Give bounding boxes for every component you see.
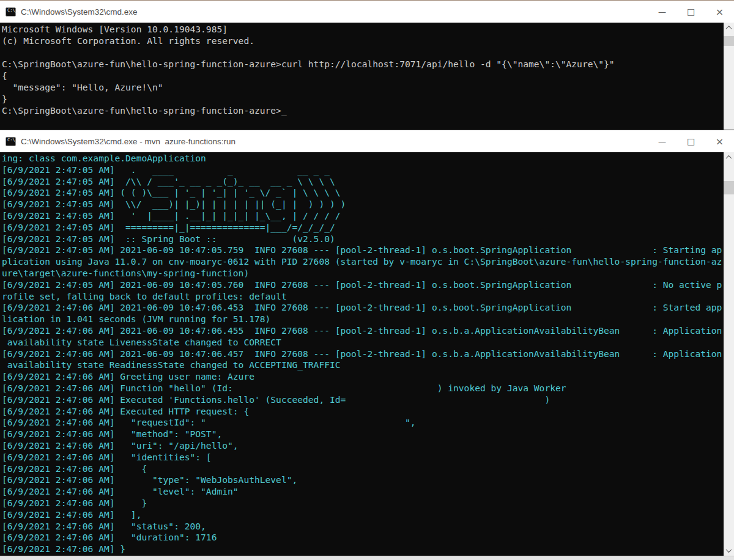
terminal-line: [6/9/2021 2:47:06 AM] ],	[2, 509, 724, 521]
terminal-line: [6/9/2021 2:47:06 AM] "status": 200,	[2, 521, 724, 532]
terminal-line: ure\target\azure-functions\my-spring-fun…	[2, 268, 724, 279]
terminal-line: [6/9/2021 2:47:06 AM] }	[2, 498, 724, 509]
scrollbar-thumb[interactable]	[724, 36, 734, 46]
terminal-line: lication in 1.041 seconds (JVM running f…	[2, 314, 724, 325]
maximize-button[interactable]: □	[677, 1, 705, 23]
terminal-line: [6/9/2021 2:47:06 AM] "level": "Admin"	[2, 486, 724, 498]
terminal-output-bottom[interactable]: ing: class com.example.DemoApplication[6…	[0, 152, 724, 556]
terminal-line: availability state ReadinessState change…	[2, 359, 724, 371]
titlebar-bottom[interactable]: C:\_ C:\Windows\System32\cmd.exe - mvn a…	[0, 130, 734, 152]
window-title-bottom: C:\Windows\System32\cmd.exe - mvn azure-…	[21, 137, 235, 146]
window-controls-bottom: — □ ×	[648, 130, 734, 152]
scrollbar-top-window[interactable]	[724, 23, 734, 130]
terminal-line: "message": "Hello, Azure!\n"	[2, 81, 724, 93]
scroll-up-icon[interactable]	[724, 152, 734, 163]
terminal-line: C:\SpringBoot\azure-fun\hello-spring-fun…	[2, 58, 724, 70]
window-bottom-border	[0, 556, 734, 560]
terminal-line: availability state LivenessState changed…	[2, 337, 724, 348]
terminal-line: C:\SpringBoot\azure-fun\hello-spring-fun…	[2, 105, 724, 116]
terminal-line: [6/9/2021 2:47:05 AM] \\/ ___)| |_)| | |…	[2, 199, 724, 210]
terminal-line: [6/9/2021 2:47:05 AM] =========|_|======…	[2, 222, 724, 234]
close-button[interactable]: ×	[705, 1, 734, 23]
terminal-line: [6/9/2021 2:47:06 AM] 2021-06-09 10:47:0…	[2, 302, 724, 314]
terminal-line: [6/9/2021 2:47:06 AM] "identities": [	[2, 452, 724, 463]
terminal-line: [6/9/2021 2:47:05 AM] 2021-06-09 10:47:0…	[2, 279, 724, 291]
scrollbar-thumb[interactable]	[724, 181, 734, 194]
terminal-line: [6/9/2021 2:47:06 AM] "uri": "/api/hello…	[2, 440, 724, 452]
terminal-line: [6/9/2021 2:47:06 AM] }	[2, 543, 724, 555]
titlebar-top[interactable]: C:\_ C:\Windows\System32\cmd.exe — □ ×	[0, 1, 734, 23]
terminal-line: rofile set, falling back to default prof…	[2, 291, 724, 303]
terminal-line: [6/9/2021 2:47:05 AM] ' |____| .__|_| |_…	[2, 210, 724, 222]
terminal-line: [6/9/2021 2:47:06 AM] "duration": 1716	[2, 532, 724, 543]
terminal-line: [6/9/2021 2:47:06 AM] Greeting user name…	[2, 371, 724, 383]
terminal-line: plication using Java 11.0.7 on cnv-moary…	[2, 256, 724, 268]
terminal-line: [6/9/2021 2:47:05 AM] 2021-06-09 10:47:0…	[2, 245, 724, 256]
cmd-icon: C:\_	[6, 137, 16, 146]
terminal-line: ing: class com.example.DemoApplication	[2, 153, 724, 164]
terminal-line: [6/9/2021 2:47:06 AM] Executed 'Function…	[2, 394, 724, 406]
minimize-button[interactable]: —	[648, 130, 677, 152]
scroll-down-icon[interactable]	[724, 545, 734, 556]
terminal-line: [6/9/2021 2:47:06 AM] 2021-06-09 10:47:0…	[2, 325, 724, 337]
terminal-line: [6/9/2021 2:47:06 AM] "requestId": " ",	[2, 417, 724, 429]
terminal-line: Microsoft Windows [Version 10.0.19043.98…	[2, 23, 724, 35]
terminal-line	[2, 46, 724, 58]
terminal-line: [6/9/2021 2:47:05 AM] :: Spring Boot :: …	[2, 234, 724, 245]
close-button[interactable]: ×	[705, 130, 734, 152]
terminal-line: }	[2, 93, 724, 105]
maximize-button[interactable]: □	[677, 130, 705, 152]
cmd-window-mvn: C:\_ C:\Windows\System32\cmd.exe - mvn a…	[0, 130, 734, 560]
terminal-line: [6/9/2021 2:47:06 AM] Executed HTTP requ…	[2, 406, 724, 418]
window-controls-top: — □ ×	[648, 1, 734, 23]
terminal-line: [6/9/2021 2:47:05 AM] . ____ _ __ _ _	[2, 164, 724, 176]
cmd-icon: C:\_	[6, 7, 16, 17]
terminal-line: (c) Microsoft Corporation. All rights re…	[2, 35, 724, 46]
terminal-line: [6/9/2021 2:47:06 AM] "type": "WebJobsAu…	[2, 474, 724, 486]
scroll-up-icon[interactable]	[724, 23, 734, 33]
minimize-button[interactable]: —	[648, 1, 677, 23]
terminal-line: [6/9/2021 2:47:05 AM] ( ( )\___ | '_ | '…	[2, 187, 724, 199]
terminal-line: [6/9/2021 2:47:06 AM] "method": "POST",	[2, 429, 724, 440]
scrollbar-bottom-window[interactable]	[724, 152, 734, 556]
cmd-window-curl: C:\_ C:\Windows\System32\cmd.exe — □ × M…	[0, 0, 734, 130]
terminal-line: [6/9/2021 2:47:06 AM] Function "hello" (…	[2, 383, 724, 394]
window-title-top: C:\Windows\System32\cmd.exe	[21, 7, 138, 17]
terminal-line: [6/9/2021 2:47:06 AM] {	[2, 463, 724, 475]
desktop-screenshot: C:\_ C:\Windows\System32\cmd.exe — □ × M…	[0, 0, 734, 560]
terminal-line: [6/9/2021 2:47:05 AM] /\\ / ___'_ __ _ _…	[2, 176, 724, 188]
terminal-line: {	[2, 70, 724, 81]
terminal-output-top[interactable]: Microsoft Windows [Version 10.0.19043.98…	[0, 23, 724, 130]
terminal-line: [6/9/2021 2:47:06 AM] 2021-06-09 10:47:0…	[2, 348, 724, 360]
